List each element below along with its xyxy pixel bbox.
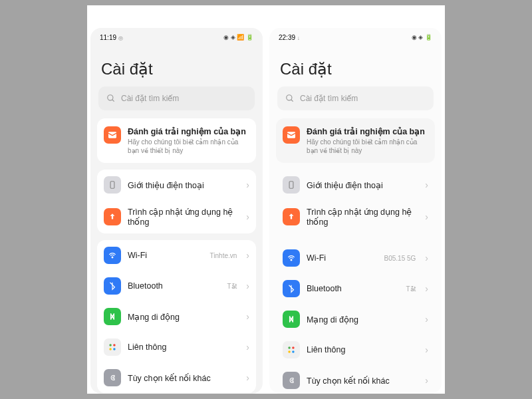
search-input[interactable]: Cài đặt tìm kiếm <box>277 86 434 110</box>
row-system-update[interactable]: Trình cập nhật ứng dụng hệ thống › <box>97 200 256 233</box>
row-other-conn[interactable]: Tùy chọn kết nối khác › <box>276 365 435 394</box>
group-about: Giới thiệu điện thoại › Trình cập nhật ứ… <box>276 170 435 233</box>
chevron-right-icon: › <box>246 180 249 190</box>
feedback-card[interactable]: Đánh giá trải nghiệm của bạn Hãy cho chú… <box>276 118 435 163</box>
row-wifi[interactable]: Wi-Fi Tinhte.vn › <box>97 240 256 271</box>
feedback-sub: Hãy cho chúng tôi biết cảm nhận của bạn … <box>128 138 249 155</box>
svg-point-4 <box>112 257 113 258</box>
chevron-right-icon: › <box>425 375 428 386</box>
chevron-right-icon: › <box>246 211 249 222</box>
row-mobile-data[interactable]: Mạng di động › <box>276 304 435 334</box>
group-connectivity: Wi-Fi B05.15 5G › Bluetooth Tắt › <box>276 243 435 394</box>
row-other-conn[interactable]: Tùy chọn kết nối khác › <box>97 362 256 393</box>
other-conn-icon <box>283 372 300 389</box>
bluetooth-value: Tắt <box>227 283 237 290</box>
update-icon <box>104 208 121 225</box>
chevron-right-icon: › <box>246 372 249 383</box>
feedback-card[interactable]: Đánh giá trải nghiệm của bạn Hãy cho chú… <box>97 118 256 163</box>
search-input[interactable]: Cài đặt tìm kiếm <box>98 86 255 110</box>
mobile-icon <box>104 308 121 325</box>
feedback-icon <box>104 126 121 144</box>
status-icons: ◉ ◈ 🔋 <box>412 34 432 41</box>
svg-rect-15 <box>289 182 293 189</box>
feedback-title: Đánh giá trải nghiệm của bạn <box>128 126 249 136</box>
search-placeholder: Cài đặt tìm kiếm <box>121 94 179 103</box>
comparison-frame: 11:19 ◎ ◉ ◈ 📶 🔋 Cài đặt Cài đặt tìm kiếm… <box>87 5 445 394</box>
chevron-right-icon: › <box>425 344 428 355</box>
svg-point-8 <box>113 348 116 350</box>
status-icons: ◉ ◈ 📶 🔋 <box>223 34 253 41</box>
chevron-right-icon: › <box>425 283 428 294</box>
group-about: Giới thiệu điện thoại › Trình cập nhật ứ… <box>97 170 256 233</box>
feedback-icon <box>283 126 300 144</box>
status-bar: 11:19 ◎ ◉ ◈ 📶 🔋 <box>90 28 263 47</box>
status-time: 11:19 ◎ <box>100 34 123 41</box>
row-bluetooth[interactable]: Bluetooth Tắt › <box>276 273 435 304</box>
interconnect-icon <box>104 338 121 356</box>
group-connectivity: Wi-Fi Tinhte.vn › Bluetooth Tắt › <box>97 240 256 393</box>
chevron-right-icon: › <box>425 180 428 190</box>
chevron-right-icon: › <box>425 314 428 325</box>
chevron-right-icon: › <box>425 253 428 263</box>
svg-point-20 <box>292 350 295 353</box>
row-about-phone[interactable]: Giới thiệu điện thoại › <box>276 170 435 200</box>
svg-point-0 <box>108 95 113 100</box>
mobile-icon <box>283 311 300 328</box>
bluetooth-icon <box>104 277 121 295</box>
svg-point-5 <box>109 344 112 346</box>
bluetooth-icon <box>283 280 300 297</box>
phone-android14: 22:39 ↓ ◉ ◈ 🔋 Cài đặt Cài đặt tìm kiếm Đ… <box>266 5 445 394</box>
svg-rect-3 <box>110 182 114 189</box>
svg-line-13 <box>291 100 293 102</box>
chevron-right-icon: › <box>246 281 249 291</box>
bluetooth-value: Tắt <box>406 285 416 293</box>
row-bluetooth[interactable]: Bluetooth Tắt › <box>97 271 256 301</box>
page-title: Cài đặt <box>269 47 442 86</box>
search-icon <box>106 94 116 103</box>
status-time: 22:39 ↓ <box>279 34 300 41</box>
row-interconnect[interactable]: Liên thông › <box>97 332 256 362</box>
svg-line-1 <box>112 100 114 102</box>
interconnect-icon <box>283 341 300 358</box>
search-placeholder: Cài đặt tìm kiếm <box>300 94 358 103</box>
row-wifi[interactable]: Wi-Fi B05.15 5G › <box>276 243 435 273</box>
phone-icon <box>104 176 121 194</box>
feedback-title: Đánh giá trải nghiệm của bạn <box>307 126 428 136</box>
chevron-right-icon: › <box>246 342 249 352</box>
other-conn-icon <box>104 369 121 386</box>
wifi-icon <box>283 249 300 267</box>
svg-point-19 <box>288 350 291 353</box>
phone-icon <box>283 176 300 194</box>
feedback-sub: Hãy cho chúng tôi biết cảm nhận của bạn … <box>307 138 428 155</box>
chevron-right-icon: › <box>425 211 428 222</box>
page-title: Cài đặt <box>90 47 263 86</box>
svg-point-12 <box>287 95 292 100</box>
wifi-value: B05.15 5G <box>384 255 416 262</box>
svg-point-6 <box>113 344 116 346</box>
row-about-phone[interactable]: Giới thiệu điện thoại › <box>97 170 256 200</box>
chevron-right-icon: › <box>246 311 249 322</box>
svg-point-17 <box>288 346 291 349</box>
wifi-value: Tinhte.vn <box>210 252 237 259</box>
search-icon <box>285 94 295 103</box>
phone-android15: 11:19 ◎ ◉ ◈ 📶 🔋 Cài đặt Cài đặt tìm kiếm… <box>87 5 266 394</box>
status-bar: 22:39 ↓ ◉ ◈ 🔋 <box>269 28 442 47</box>
wifi-icon <box>104 247 121 264</box>
row-system-update[interactable]: Trình cập nhật ứng dụng hệ thống › <box>276 200 435 233</box>
svg-point-16 <box>291 259 292 261</box>
row-mobile-data[interactable]: Mạng di động › <box>97 301 256 332</box>
svg-point-7 <box>109 348 112 350</box>
update-icon <box>283 208 300 225</box>
row-interconnect[interactable]: Liên thông › <box>276 334 435 365</box>
svg-point-18 <box>292 346 295 349</box>
chevron-right-icon: › <box>246 250 249 261</box>
